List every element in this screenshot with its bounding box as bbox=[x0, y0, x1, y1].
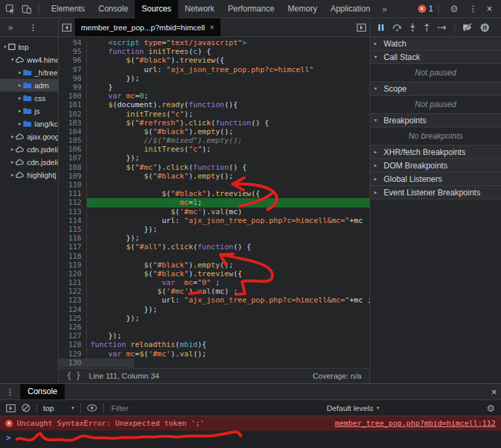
line-number[interactable]: 129 bbox=[59, 350, 87, 358]
code-line-99[interactable]: 99 } bbox=[59, 83, 370, 92]
console-sidebar-icon[interactable] bbox=[6, 404, 16, 412]
line-number[interactable]: 94 bbox=[59, 38, 87, 47]
code-line-114[interactable]: 114 url: "ajx_json_tree_pop.php?c=himcel… bbox=[59, 216, 370, 225]
section-expander-icon[interactable]: ▸ bbox=[374, 176, 380, 182]
tree-item-ww4-himc[interactable]: ▾ww4.himc bbox=[0, 53, 58, 66]
tree-item--h-tree[interactable]: ▸_h/tree bbox=[0, 66, 58, 79]
code-line-121[interactable]: 121 var mc="0" ; bbox=[59, 278, 370, 287]
code-line-105[interactable]: 105 //$("#mixed").empty(); bbox=[59, 136, 370, 145]
code-area[interactable]: 94 <script type="text/javascript">95 fun… bbox=[59, 37, 370, 368]
line-number[interactable]: 111 bbox=[59, 189, 87, 198]
navigator-menu-icon[interactable]: ⋮ bbox=[29, 23, 37, 32]
line-number[interactable]: 124 bbox=[59, 305, 87, 314]
section-expander-icon[interactable]: ▸ bbox=[374, 189, 380, 195]
tab-memory[interactable]: Memory bbox=[281, 0, 324, 18]
tab-console[interactable]: Console bbox=[92, 0, 135, 18]
pause-script-icon[interactable] bbox=[377, 24, 385, 32]
code-line-102[interactable]: 102 initTrees("c"); bbox=[59, 110, 370, 119]
line-number[interactable]: 125 bbox=[59, 314, 87, 323]
tree-expander-icon[interactable]: ▸ bbox=[9, 172, 16, 178]
tree-item-adm[interactable]: ▸adm bbox=[0, 79, 58, 92]
line-number[interactable]: 102 bbox=[59, 110, 87, 119]
sidebar-section-scope[interactable]: ▾Scope bbox=[370, 82, 501, 96]
code-line-125[interactable]: 125 }); bbox=[59, 314, 370, 323]
tree-item-js[interactable]: ▸js bbox=[0, 104, 58, 117]
tree-expander-icon[interactable]: ▸ bbox=[9, 146, 16, 152]
code-line-126[interactable]: 126 bbox=[59, 323, 370, 331]
sidebar-section-event-listener-breakpoints[interactable]: ▸Event Listener Breakpoints bbox=[370, 186, 501, 199]
error-count-badge[interactable]: × 1 bbox=[418, 4, 434, 13]
tree-item-css[interactable]: ▸css bbox=[0, 92, 58, 104]
section-expander-icon[interactable]: ▸ bbox=[374, 40, 380, 46]
line-number[interactable]: 119 bbox=[59, 261, 87, 269]
tree-item-top[interactable]: ▾top bbox=[0, 40, 58, 53]
line-number[interactable]: 112 bbox=[59, 198, 87, 207]
pretty-print-icon[interactable]: { } bbox=[67, 371, 81, 381]
clear-console-icon[interactable] bbox=[22, 404, 30, 412]
tab-sources[interactable]: Sources bbox=[135, 0, 178, 18]
code-line-120[interactable]: 120 $("#black").treeview({ bbox=[59, 269, 370, 278]
line-number[interactable]: 104 bbox=[59, 127, 87, 136]
step-icon[interactable] bbox=[438, 24, 447, 31]
line-number[interactable]: 117 bbox=[59, 243, 87, 251]
tree-expander-icon[interactable]: ▸ bbox=[17, 82, 23, 88]
code-line-124[interactable]: 124 }); bbox=[59, 305, 370, 314]
tree-item-ajax-goog[interactable]: ▸ajax.goog bbox=[0, 130, 58, 143]
line-number[interactable]: 105 bbox=[59, 136, 87, 145]
tab-network[interactable]: Network bbox=[178, 0, 221, 18]
pause-on-exceptions-icon[interactable] bbox=[480, 23, 490, 32]
code-line-96[interactable]: 96 $("#black").treeview({ bbox=[59, 56, 370, 65]
code-line-118[interactable]: 118 bbox=[59, 252, 370, 261]
line-number[interactable]: 121 bbox=[59, 278, 87, 287]
sidebar-section-watch[interactable]: ▸Watch bbox=[370, 37, 501, 51]
code-line-111[interactable]: 111 $("#black").treeview({ bbox=[59, 189, 370, 198]
device-toolbar-icon[interactable] bbox=[21, 3, 32, 14]
file-tab-member-tree-pop[interactable]: member_tree_pop...p?mbid=himcell × bbox=[75, 18, 220, 36]
code-line-129[interactable]: 129 var mc=$('#mc').val(); bbox=[59, 350, 370, 358]
line-number[interactable]: 95 bbox=[59, 47, 87, 56]
deactivate-breakpoints-icon[interactable] bbox=[463, 23, 473, 32]
step-into-icon[interactable] bbox=[409, 23, 416, 32]
step-over-icon[interactable] bbox=[392, 24, 402, 32]
tree-item-highlightj[interactable]: ▸highlightj bbox=[0, 168, 58, 181]
section-expander-icon[interactable]: ▸ bbox=[374, 149, 380, 155]
tree-item-lang-kc[interactable]: ▸lang/kc bbox=[0, 117, 58, 130]
tree-expander-icon[interactable]: ▸ bbox=[17, 95, 23, 101]
log-levels-dropdown[interactable]: Default levels ▾ bbox=[326, 404, 379, 412]
line-number[interactable]: 103 bbox=[59, 119, 87, 127]
line-number[interactable]: 127 bbox=[59, 331, 87, 340]
section-expander-icon[interactable]: ▾ bbox=[374, 86, 380, 92]
code-line-112[interactable]: 112 mc=1; bbox=[59, 198, 370, 207]
code-line-130[interactable]: 130 bbox=[59, 358, 370, 367]
tree-expander-icon[interactable]: ▾ bbox=[2, 44, 8, 50]
step-out-icon[interactable] bbox=[423, 23, 430, 32]
line-number[interactable]: 97 bbox=[59, 65, 87, 74]
line-number[interactable]: 113 bbox=[59, 207, 87, 216]
console-prompt[interactable]: > bbox=[0, 430, 501, 448]
context-selector[interactable]: top ▾ bbox=[43, 404, 74, 412]
tree-expander-icon[interactable]: ▸ bbox=[17, 69, 23, 75]
section-expander-icon[interactable]: ▸ bbox=[374, 162, 380, 168]
tree-expander-icon[interactable]: ▸ bbox=[9, 133, 16, 139]
section-expander-icon[interactable]: ▾ bbox=[374, 54, 380, 60]
line-number[interactable]: 109 bbox=[59, 172, 87, 181]
code-line-119[interactable]: 119 $("#black").empty(); bbox=[59, 261, 370, 269]
line-number[interactable]: 98 bbox=[59, 74, 87, 83]
line-number[interactable]: 101 bbox=[59, 100, 87, 109]
code-line-95[interactable]: 95 function initTrees(c) { bbox=[59, 47, 370, 56]
drawer-menu-icon[interactable]: ⋮ bbox=[6, 387, 14, 397]
sidebar-section-breakpoints[interactable]: ▾Breakpoints bbox=[370, 114, 501, 127]
code-line-107[interactable]: 107 }); bbox=[59, 154, 370, 162]
code-line-104[interactable]: 104 $("#black").empty(); bbox=[59, 127, 370, 136]
code-line-116[interactable]: 116 }); bbox=[59, 234, 370, 243]
collapse-navigator-icon[interactable] bbox=[59, 18, 75, 36]
tree-expander-icon[interactable]: ▸ bbox=[17, 121, 23, 127]
code-line-117[interactable]: 117 $("#all").click(function() { bbox=[59, 243, 370, 251]
tab-performance[interactable]: Performance bbox=[221, 0, 281, 18]
code-line-110[interactable]: 110 bbox=[59, 181, 370, 189]
line-number[interactable]: 118 bbox=[59, 252, 87, 261]
line-number[interactable]: 114 bbox=[59, 216, 87, 225]
open-file-panel-icon[interactable] bbox=[353, 18, 370, 36]
close-devtools-icon[interactable]: × bbox=[487, 3, 492, 14]
code-line-122[interactable]: 122 $('#mc').val(mc) ; bbox=[59, 287, 370, 296]
